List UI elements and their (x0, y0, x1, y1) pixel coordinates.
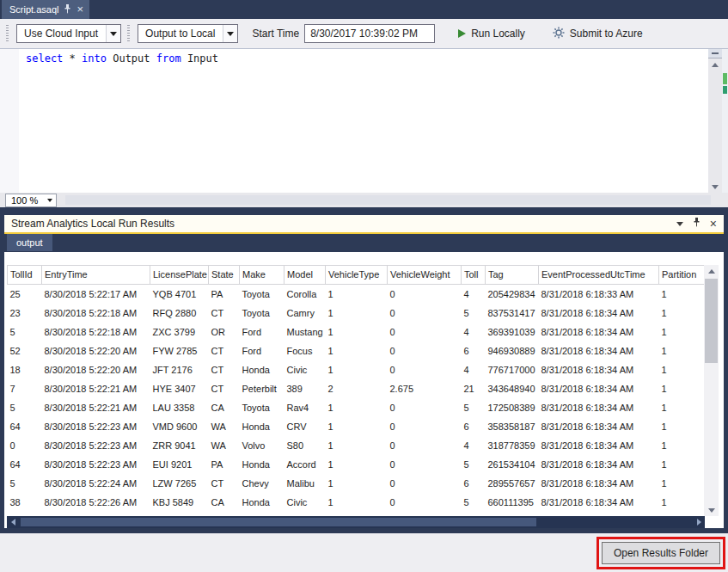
table-cell: 0 (388, 455, 462, 474)
table-cell: 205429834 (486, 285, 539, 304)
scroll-left-icon[interactable] (7, 519, 19, 526)
scroll-down-icon[interactable] (708, 181, 722, 193)
table-cell: 289557657 (486, 474, 539, 493)
tab-script-asaql[interactable]: Script.asaql × (2, 0, 89, 19)
column-header-vehicletype[interactable]: VehicleType (326, 266, 388, 285)
editor-vertical-scrollbar[interactable] (708, 49, 722, 193)
table-row[interactable]: 648/30/2018 5:22:23 AMEUI 9201PAHondaAcc… (8, 455, 705, 474)
open-results-folder-button[interactable]: Open Results Folder (602, 542, 720, 564)
scroll-right-icon[interactable] (693, 519, 705, 526)
results-table: TollIdEntryTimeLicensePlateStateMakeMode… (7, 265, 705, 516)
column-header-licenseplate[interactable]: LicensePlate (150, 266, 209, 285)
table-cell: 0 (8, 436, 42, 455)
chevron-down-icon[interactable] (106, 25, 120, 42)
table-cell: 358358187 (486, 417, 539, 436)
table-cell: 64 (8, 455, 42, 474)
run-locally-label: Run Locally (471, 28, 525, 40)
table-row[interactable]: 78/30/2018 5:22:21 AMHYE 3407CTPeterbilt… (8, 379, 705, 398)
editor-splitter-handle[interactable] (708, 49, 722, 58)
table-row[interactable]: 258/30/2018 5:22:17 AMYQB 4701PAToyotaCo… (8, 285, 705, 304)
submit-to-azure-button[interactable]: Submit to Azure (548, 24, 647, 44)
table-row[interactable]: 238/30/2018 5:22:18 AMRFQ 2880CTToyotaCa… (8, 304, 705, 323)
results-vertical-scrollbar[interactable] (704, 265, 719, 516)
table-row[interactable]: 58/30/2018 5:22:24 AMLZW 7265CTChevyMali… (8, 474, 705, 493)
table-cell: Focus (284, 341, 326, 360)
tab-output[interactable]: output (7, 234, 52, 251)
scrollbar-thumb[interactable] (21, 518, 536, 526)
panel-splitter[interactable] (0, 207, 728, 215)
column-header-toll[interactable]: Toll (462, 266, 486, 285)
column-header-eventprocessedutctime[interactable]: EventProcessedUtcTime (539, 266, 659, 285)
scrollbar-thumb[interactable] (705, 279, 718, 363)
toolbar-grip[interactable] (6, 25, 9, 42)
table-cell: 0 (388, 398, 462, 417)
table-cell: 1 (659, 474, 705, 493)
pin-icon[interactable] (64, 4, 71, 15)
table-cell: 1 (326, 455, 388, 474)
table-row[interactable]: 188/30/2018 5:22:20 AMJFT 2176CTHondaCiv… (8, 360, 705, 379)
table-cell: 1 (659, 417, 705, 436)
column-header-tollid[interactable]: TollId (8, 266, 42, 285)
column-header-vehicleweight[interactable]: VehicleWeight (388, 266, 462, 285)
gear-icon (553, 27, 565, 41)
results-tab-bar: output (4, 234, 724, 252)
auto-hide-pin-icon[interactable] (693, 218, 700, 230)
table-cell: 1 (326, 323, 388, 341)
output-target-dropdown[interactable]: Output to Local (138, 24, 238, 43)
start-time-input[interactable] (304, 24, 435, 43)
table-cell: 1 (326, 398, 388, 417)
table-cell: CA (209, 493, 240, 512)
table-cell: 8/30/2018 5:22:17 AM (42, 285, 150, 304)
results-grid[interactable]: TollIdEntryTimeLicensePlateStateMakeMode… (7, 265, 705, 516)
close-tab-icon[interactable]: × (76, 3, 83, 15)
column-header-partition[interactable]: Partition (659, 266, 705, 285)
table-cell: 0 (388, 474, 462, 493)
close-panel-icon[interactable]: × (710, 218, 717, 230)
table-cell: ZRR 9041 (150, 436, 209, 455)
table-row[interactable]: 388/30/2018 5:22:26 AMKBJ 5849CAHondaCiv… (8, 493, 705, 512)
table-row[interactable]: 528/30/2018 5:22:20 AMFYW 2785CTFordFocu… (8, 341, 705, 360)
table-row[interactable]: 58/30/2018 5:22:18 AMZXC 3799ORFordMusta… (8, 323, 705, 341)
submit-to-azure-label: Submit to Azure (570, 28, 643, 40)
scroll-up-icon[interactable] (708, 58, 722, 71)
table-cell: Peterbilt (240, 379, 284, 398)
toolbar-grip[interactable] (127, 25, 130, 42)
table-cell: Civic (284, 493, 326, 512)
table-cell: 837531417 (486, 304, 539, 323)
table-cell: 6 (462, 474, 486, 493)
table-cell: LZW 7265 (150, 474, 209, 493)
table-cell: 318778359 (486, 436, 539, 455)
scroll-up-icon[interactable] (704, 265, 719, 277)
table-cell: Honda (240, 360, 284, 379)
results-panel: Stream Analytics Local Run Results × out… (0, 215, 728, 533)
table-row[interactable]: 08/30/2018 5:22:23 AMZRR 9041WAVolvoS801… (8, 436, 705, 455)
table-cell: VMD 9600 (150, 417, 209, 436)
table-row[interactable]: 58/30/2018 5:22:21 AMLAU 3358CAToyotaRav… (8, 398, 705, 417)
code-editor[interactable]: select * into Output from Input (0, 49, 728, 193)
column-header-make[interactable]: Make (240, 266, 284, 285)
table-cell: 4 (462, 323, 486, 341)
scroll-down-icon[interactable] (704, 504, 719, 516)
chevron-down-icon[interactable] (223, 25, 237, 42)
table-cell: Rav4 (284, 398, 326, 417)
code-keyword: select (26, 52, 63, 65)
document-tab-bar: Script.asaql × (0, 0, 728, 19)
table-row[interactable]: 648/30/2018 5:22:23 AMVMD 9600WAHondaCRV… (8, 417, 705, 436)
zoom-dropdown[interactable]: 100 % (5, 194, 57, 207)
table-cell: ZXC 3799 (150, 323, 209, 341)
column-header-entrytime[interactable]: EntryTime (42, 266, 150, 285)
window-menu-icon[interactable] (676, 222, 683, 226)
table-cell: Toyota (240, 285, 284, 304)
column-header-state[interactable]: State (209, 266, 240, 285)
input-source-dropdown[interactable]: Use Cloud Input (16, 24, 121, 43)
table-cell: 25 (8, 285, 42, 304)
table-cell: 0 (388, 323, 462, 341)
run-locally-button[interactable]: Run Locally (454, 25, 529, 42)
editor-horizontal-scrollbar[interactable] (65, 195, 711, 205)
column-header-model[interactable]: Model (284, 266, 326, 285)
results-horizontal-scrollbar[interactable] (7, 516, 705, 528)
table-cell: CT (209, 379, 240, 398)
column-header-tag[interactable]: Tag (486, 266, 539, 285)
table-cell: 776717000 (486, 360, 539, 379)
chevron-down-icon (47, 199, 52, 202)
